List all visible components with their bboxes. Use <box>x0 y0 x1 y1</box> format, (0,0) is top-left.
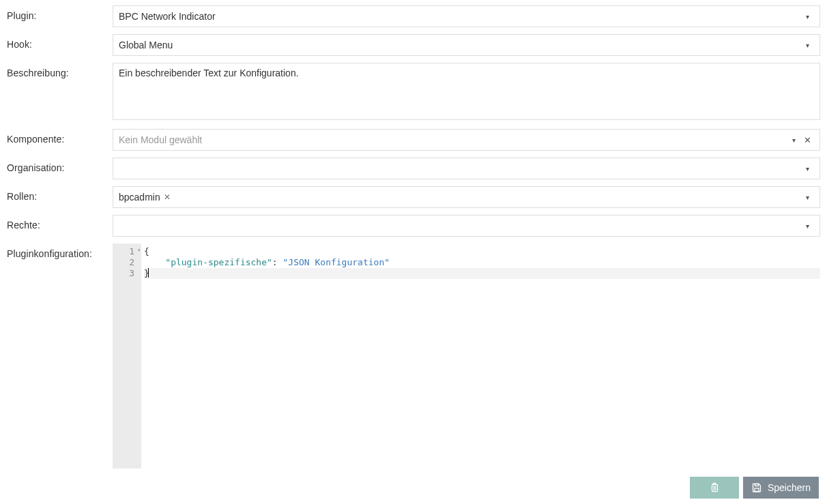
save-button[interactable]: Speichern <box>743 477 819 499</box>
row-plugin: Plugin: BPC Network Indicator ▾ <box>7 5 820 27</box>
label-rollen: Rollen: <box>7 186 113 208</box>
chevron-down-icon[interactable]: ▾ <box>787 136 800 144</box>
code-line: { <box>144 246 820 257</box>
line-number: 2 <box>113 257 134 268</box>
label-rechte: Rechte: <box>7 215 113 237</box>
label-pluginkonfiguration: Pluginkonfiguration: <box>7 243 113 469</box>
chevron-down-icon[interactable]: ▾ <box>800 13 814 20</box>
plugin-select[interactable]: BPC Network Indicator ▾ <box>113 5 820 27</box>
config-form: Plugin: BPC Network Indicator ▾ Hook: Gl… <box>0 0 827 469</box>
tag-remove-icon[interactable]: ✕ <box>164 192 171 202</box>
komponente-select[interactable]: Kein Modul gewählt ▾ ✕ <box>113 129 820 151</box>
rollen-tag-label: bpcadmin <box>119 192 160 203</box>
hook-value: Global Menu <box>119 40 800 50</box>
row-organisation: Organisation: ▾ <box>7 158 820 179</box>
chevron-down-icon[interactable]: ▾ <box>800 222 814 230</box>
row-komponente: Komponente: Kein Modul gewählt ▾ ✕ <box>7 129 820 151</box>
label-plugin: Plugin: <box>7 5 113 27</box>
svg-rect-4 <box>755 488 759 492</box>
organisation-select[interactable]: ▾ <box>113 158 820 179</box>
json-editor[interactable]: 1 2 3 ▾ { "plugin-spezifische": "JSON Ko… <box>113 243 820 469</box>
label-komponente: Komponente: <box>7 129 113 151</box>
label-hook: Hook: <box>7 34 113 56</box>
komponente-placeholder: Kein Modul gewählt <box>119 134 787 145</box>
clipboard-icon <box>709 482 720 493</box>
label-organisation: Organisation: <box>7 158 113 179</box>
footer-toolbar: Speichern <box>690 477 819 499</box>
editor-gutter: 1 2 3 ▾ <box>113 243 141 469</box>
chevron-down-icon[interactable]: ▾ <box>800 165 814 173</box>
label-beschreibung: Beschreibung: <box>7 63 113 122</box>
chevron-down-icon[interactable]: ▾ <box>800 42 814 49</box>
rollen-tagfield[interactable]: bpcadmin ✕ ▾ <box>113 186 820 208</box>
rollen-tag: bpcadmin ✕ <box>119 192 171 203</box>
line-number: 1 <box>113 246 134 257</box>
editor-cursor <box>148 268 149 278</box>
copy-button[interactable] <box>690 477 739 499</box>
row-beschreibung: Beschreibung: <box>7 63 820 122</box>
save-button-label: Speichern <box>768 482 811 493</box>
rechte-select[interactable]: ▾ <box>113 215 820 237</box>
chevron-down-icon[interactable]: ▾ <box>800 194 814 201</box>
row-rollen: Rollen: bpcadmin ✕ ▾ <box>7 186 820 208</box>
beschreibung-textarea[interactable] <box>113 63 820 120</box>
svg-rect-5 <box>755 484 758 486</box>
editor-code[interactable]: { "plugin-spezifische": "JSON Konfigurat… <box>141 243 820 469</box>
plugin-value: BPC Network Indicator <box>119 11 800 22</box>
clear-icon[interactable]: ✕ <box>800 135 814 145</box>
row-pluginkonfiguration: Pluginkonfiguration: 1 2 3 ▾ { "plugin-s… <box>7 243 820 469</box>
line-number: 3 <box>113 268 134 279</box>
code-line: "plugin-spezifische": "JSON Konfiguratio… <box>144 257 820 268</box>
code-line: } <box>144 268 820 279</box>
row-hook: Hook: Global Menu ▾ <box>7 34 820 56</box>
save-icon <box>751 482 762 493</box>
row-rechte: Rechte: ▾ <box>7 215 820 237</box>
hook-select[interactable]: Global Menu ▾ <box>113 34 820 56</box>
fold-icon[interactable]: ▾ <box>137 247 141 253</box>
